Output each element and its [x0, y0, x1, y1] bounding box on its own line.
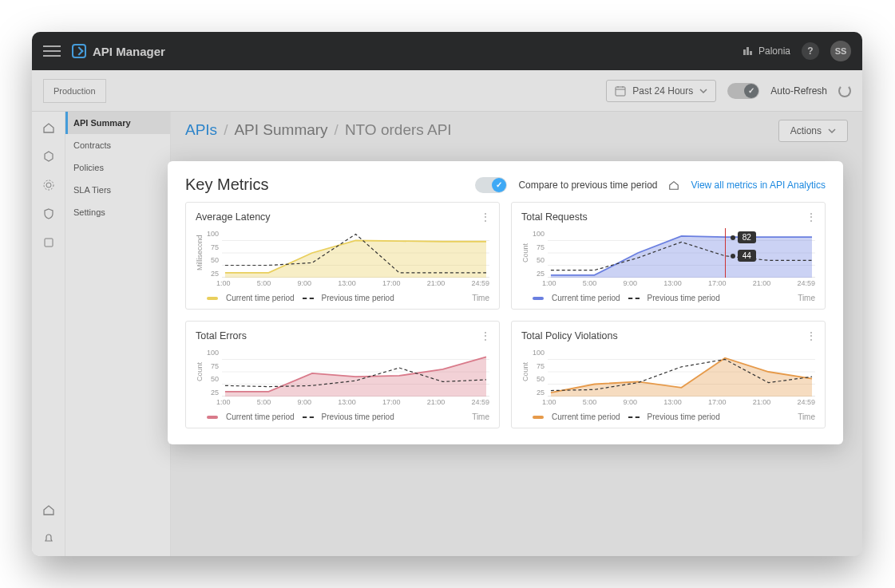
y-axis-label: Count [521, 347, 529, 397]
box-icon[interactable] [42, 236, 55, 249]
y-axis-label: Millisecond [196, 228, 204, 278]
compare-toggle[interactable] [475, 177, 507, 193]
analytics-icon [668, 180, 679, 191]
card-menu-icon[interactable]: ⋮ [806, 211, 815, 223]
card-title: Total Requests [521, 211, 588, 223]
card-title: Total Errors [196, 330, 247, 341]
chart-plot[interactable]: 8244 [548, 228, 815, 278]
calendar-icon [615, 85, 626, 97]
time-range-dropdown[interactable]: Past 24 Hours [606, 80, 716, 102]
legend: Current time periodPrevious time periodT… [533, 412, 815, 421]
svg-rect-9 [45, 239, 53, 247]
card-menu-icon[interactable]: ⋮ [480, 330, 489, 342]
view-analytics-link[interactable]: View all metrics in API Analytics [691, 180, 826, 191]
nav-item-api-summary[interactable]: API Summary [65, 112, 170, 134]
card-menu-icon[interactable]: ⋮ [806, 330, 815, 342]
nav-item-contracts[interactable]: Contracts [65, 134, 170, 156]
environment-selector[interactable]: Production [43, 79, 106, 103]
org-icon [743, 46, 754, 56]
breadcrumb-mid[interactable]: API Summary [234, 121, 327, 139]
home-icon[interactable] [42, 121, 55, 134]
metric-card-errors: Total Errors⋮Count1007550251:005:009:001… [185, 321, 500, 428]
help-button[interactable]: ? [802, 42, 819, 60]
svg-rect-1 [746, 47, 749, 55]
svg-point-7 [46, 183, 51, 187]
app-logo[interactable]: API Manager [72, 44, 165, 58]
chart-plot[interactable] [548, 347, 815, 397]
svg-rect-2 [750, 51, 752, 55]
legend: Current time periodPrevious time periodT… [533, 294, 815, 302]
svg-point-8 [44, 180, 53, 190]
side-nav: API SummaryContractsPoliciesSLA TiersSet… [65, 112, 171, 556]
user-avatar[interactable]: SS [830, 41, 851, 61]
svg-rect-0 [743, 49, 746, 55]
chevron-down-icon [828, 128, 836, 133]
y-ticks: 100755025 [207, 228, 219, 278]
breadcrumb-leaf: NTO orders API [345, 121, 452, 139]
home2-icon[interactable] [42, 503, 55, 516]
nav-item-policies[interactable]: Policies [65, 156, 170, 179]
legend: Current time periodPrevious time periodT… [207, 412, 489, 421]
icon-rail [32, 112, 65, 556]
menu-icon[interactable] [43, 45, 61, 57]
y-axis-label: Count [196, 347, 204, 397]
breadcrumb-root[interactable]: APIs [185, 121, 217, 139]
shield-icon[interactable] [42, 207, 55, 220]
card-menu-icon[interactable]: ⋮ [480, 211, 489, 223]
gear-icon[interactable] [42, 179, 55, 191]
x-ticks: 1:005:009:0013:0017:0021:0024:59 [216, 279, 489, 287]
subheader: Production Past 24 Hours Auto-Refresh [32, 70, 862, 112]
org-switcher[interactable]: Palonia [743, 45, 790, 57]
auto-refresh-toggle[interactable] [727, 83, 759, 99]
logo-icon [72, 44, 86, 58]
nav-item-sla-tiers[interactable]: SLA Tiers [65, 179, 170, 201]
x-ticks: 1:005:009:0013:0017:0021:0024:59 [542, 398, 815, 406]
nav-item-settings[interactable]: Settings [65, 201, 170, 223]
cube-icon[interactable] [42, 150, 55, 163]
y-ticks: 100755025 [533, 347, 545, 397]
card-title: Total Policy Violations [521, 330, 618, 341]
bell-icon[interactable] [42, 532, 55, 545]
chart-plot[interactable] [222, 347, 489, 397]
auto-refresh-label: Auto-Refresh [770, 85, 827, 97]
chart-plot[interactable] [222, 228, 489, 278]
refresh-icon[interactable] [838, 85, 851, 97]
chevron-down-icon [699, 89, 707, 93]
topbar: API Manager Palonia ? SS [32, 32, 862, 70]
app-title: API Manager [93, 45, 165, 58]
x-ticks: 1:005:009:0013:0017:0021:0024:59 [216, 398, 489, 406]
metric-card-latency: Average Latency⋮Millisecond1007550251:00… [185, 202, 500, 310]
y-ticks: 100755025 [533, 228, 545, 278]
metric-card-requests: Total Requests⋮Count10075502582441:005:0… [511, 202, 826, 310]
metric-card-violations: Total Policy Violations⋮Count1007550251:… [511, 321, 826, 428]
y-axis-label: Count [521, 228, 529, 278]
svg-rect-3 [616, 87, 625, 96]
panel-title: Key Metrics [185, 176, 268, 194]
y-ticks: 100755025 [207, 347, 219, 397]
legend: Current time periodPrevious time periodT… [207, 294, 489, 302]
key-metrics-panel: Key Metrics Compare to previous time per… [168, 161, 843, 444]
compare-label: Compare to previous time period [518, 180, 657, 191]
app-window: API Manager Palonia ? SS Production Past… [32, 32, 862, 556]
x-ticks: 1:005:009:0013:0017:0021:0024:59 [542, 279, 815, 287]
breadcrumb: APIs / API Summary / NTO orders API [185, 121, 848, 139]
actions-dropdown[interactable]: Actions [778, 120, 848, 142]
card-title: Average Latency [196, 211, 271, 223]
org-name: Palonia [758, 45, 790, 57]
